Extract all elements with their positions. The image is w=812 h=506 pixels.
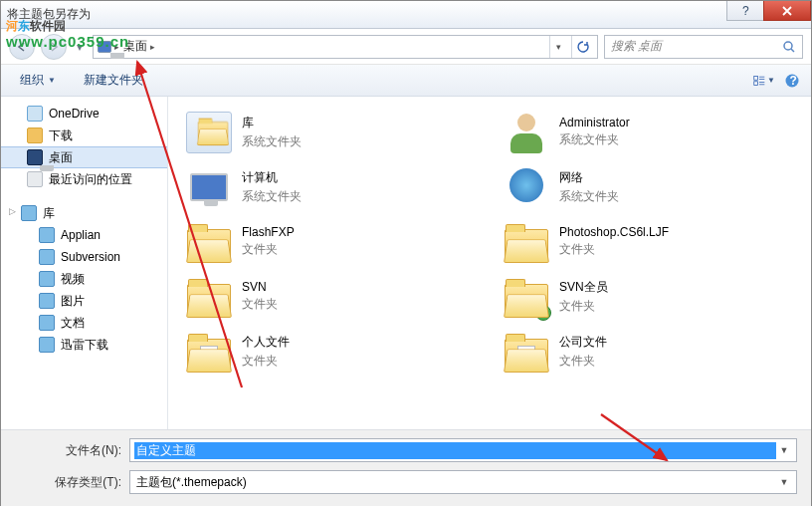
svg-text:?: ? bbox=[742, 5, 749, 17]
item-type: 系统文件夹 bbox=[559, 188, 619, 205]
item-type: 文件夹 bbox=[242, 296, 278, 313]
item-name: FlashFXP bbox=[242, 225, 295, 239]
address-root[interactable]: ▸ bbox=[98, 41, 119, 53]
item-type: 文件夹 bbox=[559, 353, 607, 370]
toolbar: 组织▼ 新建文件夹 ▼ ? bbox=[1, 65, 811, 97]
save-dialog: 将主题包另存为 ? ▾ ▸ 桌面▸ ▾ 搜索 桌面 组织▼ 新建文件夹 ▼ ? bbox=[0, 0, 812, 506]
filename-dropdown[interactable]: ▼ bbox=[776, 445, 792, 455]
tree-onedrive[interactable]: OneDrive bbox=[1, 103, 167, 125]
item-name: 网络 bbox=[559, 169, 619, 186]
list-item[interactable]: 计算机系统文件夹 bbox=[182, 159, 480, 214]
list-item[interactable]: FlashFXP文件夹 bbox=[182, 214, 480, 269]
list-item[interactable]: Photoshop.CS6l.LJF文件夹 bbox=[500, 214, 797, 269]
item-name: SVN全员 bbox=[559, 279, 608, 296]
item-type: 文件夹 bbox=[242, 241, 295, 258]
list-item[interactable]: Administrator系统文件夹 bbox=[500, 105, 797, 159]
search-icon bbox=[782, 40, 796, 54]
item-name: 计算机 bbox=[242, 169, 302, 186]
list-item[interactable]: 库系统文件夹 bbox=[182, 105, 480, 159]
filetype-label: 保存类型(T): bbox=[15, 474, 129, 491]
library-icon bbox=[39, 227, 55, 243]
filetype-select[interactable]: 主题包(*.themepack) ▼ bbox=[129, 470, 797, 494]
svg-rect-2 bbox=[754, 76, 758, 80]
list-item[interactable]: SVN全员文件夹 bbox=[500, 269, 797, 324]
item-name: 公司文件 bbox=[559, 334, 607, 351]
titlebar: 将主题包另存为 ? bbox=[1, 1, 811, 29]
item-type: 系统文件夹 bbox=[559, 131, 630, 148]
close-button[interactable] bbox=[763, 1, 811, 21]
nav-tree[interactable]: OneDrive 下载 桌面 最近访问的位置 库 Applian Subvers… bbox=[1, 97, 168, 429]
cloud-icon bbox=[27, 106, 43, 122]
item-type: 文件夹 bbox=[559, 241, 669, 258]
library-icon bbox=[21, 205, 37, 221]
back-button[interactable] bbox=[9, 34, 35, 60]
file-list[interactable]: 库系统文件夹Administrator系统文件夹计算机系统文件夹网络系统文件夹F… bbox=[168, 97, 811, 429]
svg-point-1 bbox=[784, 42, 792, 50]
svg-text:?: ? bbox=[790, 74, 797, 88]
library-icon bbox=[39, 337, 55, 353]
item-type: 文件夹 bbox=[242, 353, 290, 370]
new-folder-button[interactable]: 新建文件夹 bbox=[73, 67, 154, 94]
tree-recent[interactable]: 最近访问的位置 bbox=[1, 168, 167, 190]
folder-icon bbox=[186, 221, 232, 263]
help-button[interactable]: ? bbox=[726, 1, 764, 21]
item-name: 个人文件 bbox=[242, 334, 290, 351]
tree-applian[interactable]: Applian bbox=[1, 224, 167, 246]
filetype-value: 主题包(*.themepack) bbox=[134, 474, 776, 491]
address-dropdown[interactable]: ▾ bbox=[549, 36, 567, 58]
list-item[interactable]: 个人文件文件夹 bbox=[182, 324, 480, 379]
tree-xunlei[interactable]: 迅雷下载 bbox=[1, 334, 167, 356]
tree-subversion[interactable]: Subversion bbox=[1, 246, 167, 268]
folder-icon bbox=[186, 331, 232, 373]
tree-videos[interactable]: 视频 bbox=[1, 268, 167, 290]
computer-icon bbox=[186, 166, 232, 208]
recent-icon bbox=[27, 171, 43, 187]
tree-desktop[interactable]: 桌面 bbox=[1, 146, 167, 168]
folder-icon bbox=[504, 276, 549, 318]
item-type: 文件夹 bbox=[559, 298, 608, 315]
folder-icon bbox=[504, 331, 549, 373]
filename-label: 文件名(N): bbox=[15, 442, 129, 459]
desktop-icon bbox=[27, 149, 43, 165]
organize-button[interactable]: 组织▼ bbox=[9, 67, 67, 94]
filename-input[interactable]: 自定义主题 ▼ bbox=[129, 438, 797, 462]
filename-value: 自定义主题 bbox=[134, 442, 776, 459]
list-item[interactable]: 网络系统文件夹 bbox=[500, 159, 797, 214]
window-buttons: ? bbox=[727, 1, 811, 21]
address-segment[interactable]: 桌面▸ bbox=[123, 38, 155, 55]
library-icon bbox=[39, 271, 55, 287]
network-icon bbox=[504, 166, 549, 208]
item-name: SVN bbox=[242, 280, 278, 294]
history-dropdown[interactable]: ▾ bbox=[73, 34, 87, 60]
body: OneDrive 下载 桌面 最近访问的位置 库 Applian Subvers… bbox=[1, 97, 811, 429]
folder-icon bbox=[186, 276, 232, 318]
library-icon bbox=[39, 293, 55, 309]
item-type: 系统文件夹 bbox=[242, 133, 302, 150]
view-mode-button[interactable]: ▼ bbox=[753, 70, 775, 92]
folder-icon bbox=[504, 221, 549, 263]
tree-downloads[interactable]: 下载 bbox=[1, 125, 167, 146]
library-icon bbox=[39, 249, 55, 265]
bottom-bar: 文件名(N): 自定义主题 ▼ 保存类型(T): 主题包(*.themepack… bbox=[1, 429, 811, 506]
address-bar[interactable]: ▸ 桌面▸ ▾ bbox=[93, 35, 598, 59]
item-name: 库 bbox=[242, 115, 302, 131]
search-box[interactable]: 搜索 桌面 bbox=[604, 35, 803, 59]
list-item[interactable]: SVN文件夹 bbox=[182, 269, 480, 324]
item-type: 系统文件夹 bbox=[242, 188, 302, 205]
forward-button[interactable] bbox=[41, 34, 67, 60]
help-icon[interactable]: ? bbox=[781, 70, 803, 92]
search-placeholder: 搜索 桌面 bbox=[611, 38, 776, 55]
nav-row: ▾ ▸ 桌面▸ ▾ 搜索 桌面 bbox=[1, 29, 811, 65]
item-name: Photoshop.CS6l.LJF bbox=[559, 225, 669, 239]
tree-documents[interactable]: 文档 bbox=[1, 312, 167, 334]
user-icon bbox=[504, 112, 549, 153]
library-icon bbox=[39, 315, 55, 331]
folder-icon bbox=[27, 127, 43, 143]
filetype-dropdown[interactable]: ▼ bbox=[776, 477, 792, 487]
window-title: 将主题包另存为 bbox=[7, 6, 91, 23]
refresh-button[interactable] bbox=[571, 36, 593, 58]
list-item[interactable]: 公司文件文件夹 bbox=[500, 324, 797, 379]
library-icon bbox=[186, 112, 232, 153]
tree-libraries[interactable]: 库 bbox=[1, 202, 167, 224]
tree-pictures[interactable]: 图片 bbox=[1, 290, 167, 312]
